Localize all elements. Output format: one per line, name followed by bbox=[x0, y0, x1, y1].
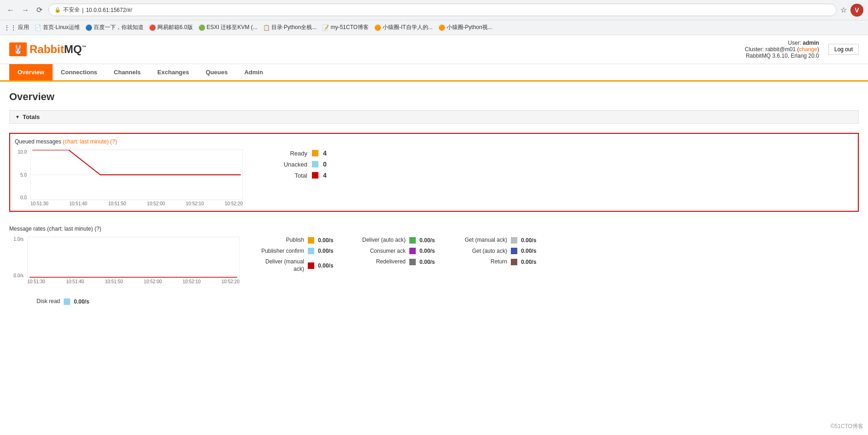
rx-5: 10:52:20 bbox=[221, 279, 239, 284]
bookmark-baidu[interactable]: 🔵 百度一下，你就知道 bbox=[85, 24, 144, 31]
total-color bbox=[312, 172, 318, 179]
rate-get-auto: Get (auto ack) 0.00/s bbox=[456, 248, 549, 255]
deliver-auto-value: 0.00/s bbox=[419, 237, 435, 244]
logo: 🐰 RabbitMQ™ bbox=[9, 42, 86, 56]
user-label: User: bbox=[788, 40, 802, 46]
queued-stats: Ready 4 Unacked 0 Total 4 bbox=[257, 149, 853, 183]
address-bar[interactable]: 🔒 不安全 | 10.0.0.61:15672/#/ bbox=[48, 4, 837, 16]
version-text: RabbitMQ 3.6.10, Erlang 20.0 bbox=[745, 53, 819, 59]
disk-read-color bbox=[64, 298, 70, 305]
rate-get-manual: Get (manual ack) 0.00/s bbox=[456, 237, 549, 244]
ready-color bbox=[312, 150, 318, 156]
cluster-change-link[interactable]: change bbox=[799, 46, 817, 53]
logo-text: RabbitMQ™ bbox=[30, 43, 86, 56]
logout-button[interactable]: Log out bbox=[828, 44, 859, 55]
x-label-5: 10:52:20 bbox=[225, 201, 243, 206]
totals-header[interactable]: ▼ Totals bbox=[9, 110, 859, 124]
totals-arrow: ▼ bbox=[15, 114, 20, 119]
nav-tab-exchanges[interactable]: Exchanges bbox=[149, 64, 198, 80]
y-label-bot: 0.0 bbox=[15, 195, 27, 200]
rate-deliver-manual: Deliver (manual ack) 0.00/s bbox=[253, 258, 346, 273]
x-label-4: 10:52:10 bbox=[186, 201, 204, 206]
unacked-value: 0 bbox=[323, 161, 327, 168]
y-label-top: 10.0 bbox=[15, 149, 27, 155]
rates-y-top: 1.0/s bbox=[9, 237, 24, 242]
bookmark-python[interactable]: 📋 目录·Python全栈... bbox=[263, 24, 317, 31]
bookmark-163[interactable]: 🔴 网易邮箱6.0版 bbox=[149, 24, 193, 31]
publish-label: Publish bbox=[253, 237, 304, 244]
forward-button[interactable]: → bbox=[19, 5, 31, 15]
page-title: Overview bbox=[9, 91, 859, 103]
get-auto-color bbox=[511, 248, 517, 254]
queued-chart-link[interactable]: (chart: last minute) bbox=[63, 138, 108, 145]
nav-tab-channels[interactable]: Channels bbox=[106, 64, 150, 80]
content: Overview ▼ Totals Queued messages (chart… bbox=[0, 82, 868, 315]
consumer-ack-value: 0.00/s bbox=[419, 248, 435, 254]
get-manual-value: 0.00/s bbox=[521, 237, 536, 244]
stats-row-unacked: Unacked 0 bbox=[257, 161, 853, 168]
nav-tab-queues[interactable]: Queues bbox=[198, 64, 236, 80]
x-label-1: 10:51:40 bbox=[69, 201, 87, 206]
deliver-auto-label: Deliver (auto ack) bbox=[355, 237, 406, 244]
bookmark-linux[interactable]: 📄 首页·Linux运维 bbox=[35, 24, 80, 31]
deliver-manual-color bbox=[308, 262, 314, 269]
totals-section: ▼ Totals bbox=[9, 110, 859, 124]
queued-messages-title: Queued messages (chart: last minute) (?) bbox=[15, 138, 853, 145]
cluster-label: Cluster: bbox=[745, 46, 764, 53]
unacked-color bbox=[312, 161, 318, 167]
bookmark-xiaoyuan1[interactable]: 🟠 小猿圈-IT自学人的... bbox=[374, 24, 433, 31]
nav-tab-connections[interactable]: Connections bbox=[53, 64, 106, 80]
deliver-manual-value: 0.00/s bbox=[318, 262, 333, 269]
back-button[interactable]: ← bbox=[5, 5, 17, 15]
publisher-confirm-color bbox=[308, 248, 314, 254]
total-label: Total bbox=[257, 172, 307, 179]
bookmark-51cto[interactable]: 📝 my-51CTO博客 bbox=[322, 24, 368, 31]
url-text: 10.0.0.61:15672/#/ bbox=[86, 7, 132, 13]
rates-x-axis: 10:51:30 10:51:40 10:51:50 10:52:00 10:5… bbox=[27, 278, 239, 284]
bookmark-icon[interactable]: ☆ bbox=[840, 6, 847, 14]
disk-read-label: Disk read bbox=[9, 298, 60, 305]
queued-messages-label: Queued messages bbox=[15, 138, 61, 145]
rates-chart-svg bbox=[27, 237, 239, 278]
publisher-confirm-label: Publisher confirm bbox=[253, 248, 304, 255]
x-label-0: 10:51:30 bbox=[30, 201, 48, 206]
user-avatar[interactable]: V bbox=[850, 4, 863, 17]
ready-label: Ready bbox=[257, 150, 307, 157]
stats-row-total: Total 4 bbox=[257, 172, 853, 179]
queued-chart-area: 10.0 5.0 0.0 bbox=[15, 149, 853, 206]
reload-button[interactable]: ⟳ bbox=[34, 5, 45, 15]
bookmark-esxi[interactable]: 🟢 ESXI 迁移至KVM (... bbox=[198, 24, 257, 31]
disk-read-value: 0.00/s bbox=[74, 298, 89, 305]
rate-consumer-ack: Consumer ack 0.00/s bbox=[355, 248, 447, 255]
rates-col-1: Deliver (auto ack) 0.00/s Consumer ack 0… bbox=[355, 237, 447, 266]
queued-chart-svg bbox=[30, 149, 243, 200]
totals-label: Totals bbox=[23, 113, 40, 120]
queued-help[interactable]: (?) bbox=[110, 138, 117, 145]
cluster-name: rabbit@m01 bbox=[766, 46, 796, 53]
x-label-2: 10:51:50 bbox=[108, 201, 126, 206]
nav-tab-admin[interactable]: Admin bbox=[236, 64, 271, 80]
queued-x-axis: 10:51:30 10:51:40 10:51:50 10:52:00 10:5… bbox=[30, 200, 243, 206]
get-auto-value: 0.00/s bbox=[521, 248, 536, 254]
bookmark-xiaoyuan2[interactable]: 🟠 小猿圈-Python视... bbox=[438, 24, 492, 31]
return-label: Return bbox=[456, 258, 507, 266]
x-label-3: 10:52:00 bbox=[147, 201, 165, 206]
main-nav: Overview Connections Channels Exchanges … bbox=[0, 64, 868, 82]
rates-col-2: Get (manual ack) 0.00/s Get (auto ack) 0… bbox=[456, 237, 549, 266]
rx-3: 10:52:00 bbox=[144, 279, 162, 284]
rate-return: Return 0.00/s bbox=[456, 258, 549, 266]
rates-chart-link[interactable]: (chart: last minute) bbox=[47, 226, 93, 232]
page: 🐰 RabbitMQ™ User: admin Cluster: rabbit@… bbox=[0, 35, 868, 404]
rates-help[interactable]: (?) bbox=[95, 226, 102, 232]
bookmark-apps[interactable]: ⋮⋮ 应用 bbox=[4, 24, 29, 31]
url-separator: | bbox=[82, 7, 84, 13]
logo-icon: 🐰 bbox=[9, 42, 27, 56]
return-color bbox=[511, 259, 517, 265]
rates-cols: Publish 0.00/s Publisher confirm 0.00/s … bbox=[253, 237, 549, 284]
get-manual-label: Get (manual ack) bbox=[456, 237, 507, 244]
security-warning: 不安全 bbox=[63, 6, 80, 14]
queued-chart-graph: 10.0 5.0 0.0 bbox=[15, 149, 243, 206]
total-value: 4 bbox=[323, 172, 327, 179]
publisher-confirm-value: 0.00/s bbox=[318, 248, 333, 254]
nav-tab-overview[interactable]: Overview bbox=[9, 64, 53, 80]
